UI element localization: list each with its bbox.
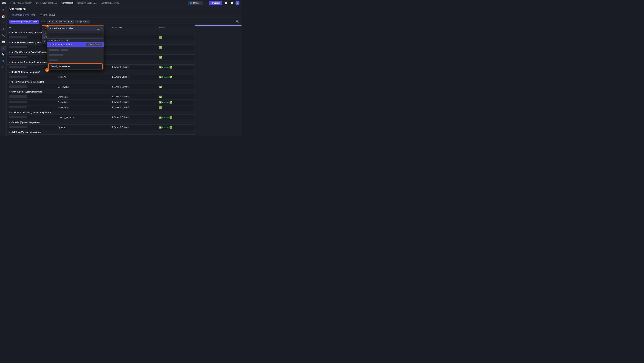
group-name-9: CyberInt (System integration) xyxy=(12,121,40,123)
name-7c: CrowdStrike xyxy=(56,105,110,110)
table-panel[interactable]: ID Name Name / Site Active ▼Active Direc… xyxy=(7,25,194,136)
nav-playbook[interactable]: Event Playbook Viewer xyxy=(99,1,123,5)
info-icon-6[interactable]: ⓘ xyxy=(128,86,130,88)
site-5: 1 Owner 1 Editor ⓘ xyxy=(110,74,157,80)
id-blur-9 xyxy=(9,126,27,128)
info-icon-5[interactable]: ⓘ xyxy=(128,76,130,78)
table-row-9[interactable]: CyberInt 1 Owner 1 Editor ⓘ ✅ Passed ✅ xyxy=(7,125,194,130)
id-blur-5 xyxy=(9,76,27,78)
tab-integration-connections[interactable]: Integration Connections xyxy=(10,12,38,18)
dropdown-large-search-input[interactable] xyxy=(49,33,102,37)
sidebar-icon-plug[interactable]: 🔌 xyxy=(1,26,6,32)
sidebar-icon-user[interactable]: 👤 xyxy=(1,58,6,64)
nav-investigation[interactable]: Investigation Dashboard xyxy=(34,1,59,5)
table-row-6[interactable]: Cisco Webex 1 Owner 1 Editor ⓘ ✅ xyxy=(7,84,194,90)
id-blur-2 xyxy=(9,46,27,48)
info-icon-4[interactable]: ⓘ xyxy=(128,66,130,68)
dd-item-lg-blur1[interactable] xyxy=(47,47,104,52)
search-area: 🔍 xyxy=(236,20,239,23)
filter-remove-icon[interactable]: ✕ xyxy=(87,21,89,23)
page-title: Connections xyxy=(10,7,26,10)
table-row-7b[interactable]: CrowdStrike 1 Owner 1 Editor ⓘ ✅ Passed … xyxy=(7,99,194,105)
site-7c: 1 Owner 1 Editor ⓘ xyxy=(110,105,157,110)
sidebar-icon-chart[interactable]: 📊 xyxy=(1,39,6,44)
sidebar-icon-network[interactable]: ⎋ xyxy=(1,45,6,51)
site-dropdown-value: Shared to Internal Sites xyxy=(49,20,70,23)
sidebar-icon-layers[interactable]: ≡ xyxy=(1,20,6,25)
chevron-down-icon: ▾ xyxy=(200,2,201,4)
active-7b: ✅ xyxy=(170,101,172,104)
table-row-8[interactable]: Custom_ExportTest 1 Owner 1 Editor ⓘ ✅ P… xyxy=(7,115,194,120)
blur-item-1a xyxy=(49,49,59,51)
info-icon-8[interactable]: ⓘ xyxy=(128,116,130,118)
col-active: Active xyxy=(157,25,194,30)
incident-button[interactable]: + Incident xyxy=(209,1,222,5)
group-name-5: ChatGPT (System integration) xyxy=(12,71,40,73)
dd-item-lg-security-ops[interactable]: Security Operations b xyxy=(48,63,103,69)
app-logo: 3D3 xyxy=(2,2,6,4)
group-cisco[interactable]: ▼Cisco Webex (System integration) xyxy=(7,80,194,84)
passed-badge-9: ✅ Passed xyxy=(159,126,169,129)
dd-section-label-lg: SHARED TO SITES xyxy=(47,38,104,42)
sidebar-icon-wrench[interactable]: 🔧 xyxy=(1,33,6,38)
tab-webhook-keys[interactable]: Webhook Keys xyxy=(38,12,58,18)
site-4: 1 Owner 1 Editor ⓘ xyxy=(110,64,157,70)
avatar[interactable]: U xyxy=(236,1,240,5)
nav-mitre[interactable]: MITRE ATT&CK Monitor xyxy=(8,1,33,5)
dd-item-lg-shared-internal[interactable]: Shared to Internal Sites INTERNAL SITES xyxy=(47,42,104,47)
group-cyberint[interactable]: ▼CyberInt (System integration) xyxy=(7,120,194,125)
top-nav-right: 🌐 Master ▾ ℹ + Incident 📄 💬 U xyxy=(188,1,240,5)
info-icon-7b[interactable]: ⓘ xyxy=(128,101,130,103)
sidebar-icon-shield[interactable]: 🛡 xyxy=(1,65,6,70)
group-crowdstrike[interactable]: ▼CrowdStrike (System integration) xyxy=(7,90,194,94)
group-customexport[interactable]: ▼Custom_ExportTest (Custom integration) xyxy=(7,110,194,115)
master-button[interactable]: 🌐 Master ▾ xyxy=(188,1,203,5)
nav-configuration[interactable]: Configuration xyxy=(60,1,75,5)
main-layout: ⊞ 📅 ≡ 🔌 🔧 📊 ⎋ 📡 👤 🛡 📋 ⚙ Connections Inte… xyxy=(0,6,242,136)
sidebar-icon-calendar[interactable]: 📅 xyxy=(1,14,6,19)
blur-item-1b xyxy=(61,49,68,51)
search-icon[interactable]: 🔍 xyxy=(236,20,239,23)
document-icon[interactable]: 📄 xyxy=(224,1,228,5)
active-9: ✅ xyxy=(170,126,172,129)
dd-item-lg-blur2[interactable] xyxy=(47,52,104,57)
group-chevron-2: ▼ xyxy=(9,41,10,43)
master-label: Master xyxy=(193,2,200,4)
add-integration-button[interactable]: + Add Integration Connection xyxy=(10,19,40,24)
sidebar: ⊞ 📅 ≡ 🔌 🔧 📊 ⎋ 📡 👤 🛡 📋 ⚙ xyxy=(0,6,7,136)
table-row-7a[interactable]: CrowdStrike 1 Owner 1 Editor ⓘ ✅ xyxy=(7,94,194,99)
site-6: 1 Owner 1 Editor ⓘ xyxy=(110,84,157,90)
id-blur-3 xyxy=(9,56,27,58)
site-dropdown[interactable]: Shared to Internal Sites ▾ xyxy=(47,19,74,24)
col-name-site: Name / Site xyxy=(110,25,157,30)
id-blur-7b xyxy=(9,101,27,103)
help-icon[interactable]: ℹ xyxy=(205,1,207,5)
table-row-5[interactable]: ChatGPT 1 Owner 1 Editor ⓘ ✅ Passed ✅ xyxy=(7,74,194,80)
dd-item-lg-blur3[interactable] xyxy=(47,57,104,63)
info-icon-9[interactable]: ⓘ xyxy=(128,126,130,128)
id-blur-4 xyxy=(9,66,27,68)
group-chevron-3: ▼ xyxy=(9,51,10,53)
site-3 xyxy=(110,55,157,60)
info-icon-7a[interactable]: ⓘ xyxy=(128,95,130,98)
active-6: ✅ xyxy=(159,86,162,88)
group-name: Active Directory V2 (System inte...) xyxy=(12,31,45,34)
info-icon-7c[interactable]: ⓘ xyxy=(128,106,130,109)
name-6: Cisco Webex xyxy=(56,84,110,90)
name-7a: CrowdStrike xyxy=(56,94,110,99)
search-lg-icon: 🔍 xyxy=(97,28,100,31)
active-7c: ✅ xyxy=(159,106,162,109)
group-chevron-4: ▼ xyxy=(9,61,10,63)
site-dropdown-large[interactable]: a Shared to Internal Sites ▾ 🔍 SHARED TO… xyxy=(47,25,104,70)
table-row-7c[interactable]: CrowdStrike 1 Owner 1 Editor ⓘ ✅ xyxy=(7,105,194,110)
filter-tag-integration[interactable]: Integration ✕ xyxy=(75,20,90,23)
group-name-8: Custom_ExportTest (Custom integration) xyxy=(12,111,51,114)
sidebar-icon-home[interactable]: ⊞ xyxy=(1,7,6,13)
nav-reporting[interactable]: Reporting Dashboard xyxy=(76,1,98,5)
dropdown-large-header: Shared to Internal Sites ▾ xyxy=(47,26,104,31)
group-cyrisma[interactable]: ▼CYRISMA (System integration) xyxy=(7,130,194,135)
chat-icon[interactable]: 💬 xyxy=(230,1,234,5)
group-name-6: Cisco Webex (System integration) xyxy=(12,81,44,83)
sidebar-icon-signal[interactable]: 📡 xyxy=(1,52,6,57)
group-chatgpt[interactable]: ▼ChatGPT (System integration) xyxy=(7,70,194,74)
